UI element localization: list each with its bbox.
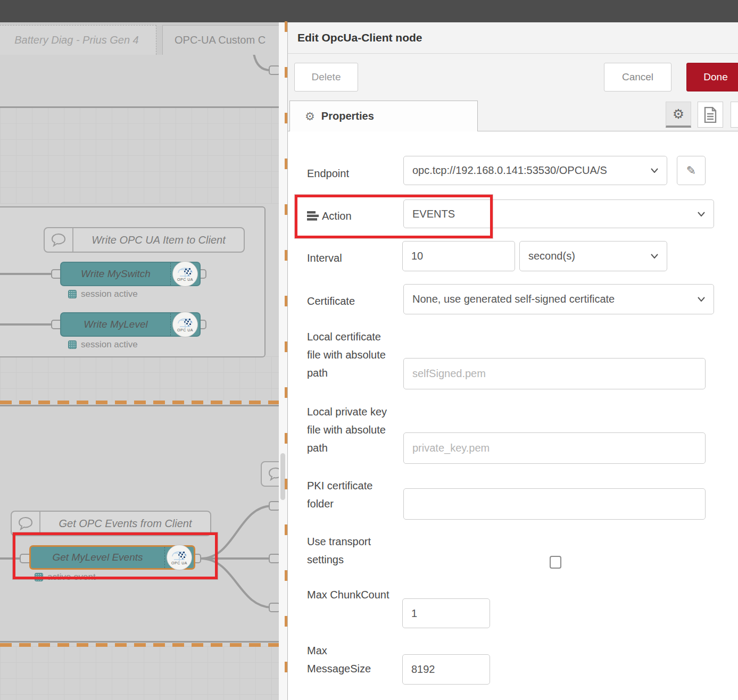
node-port <box>269 66 280 74</box>
comment-node-write[interactable]: Write OPC UA Item to Client <box>44 227 245 253</box>
pki-folder-label: PKI certificate folder <box>307 477 391 513</box>
certificate-label: Certificate <box>307 292 392 310</box>
flow-tab-label: OPC-UA Custom C <box>175 34 266 46</box>
interval-unit-value: second(s) <box>528 250 648 262</box>
node-write-mylevel[interactable]: Write MyLevel OPC UA <box>60 312 201 337</box>
opcua-badge: OPC UA <box>170 313 200 336</box>
dialog-tabbar: ⚙ Properties ⚙ <box>288 98 738 131</box>
dialog-toolbar: Delete Cancel Done <box>288 54 738 98</box>
dialog-title: Edit OpcUa-Client node <box>288 31 422 44</box>
status-text: session active <box>81 289 138 299</box>
edit-node-dialog: Edit OpcUa-Client node Delete Cancel Don… <box>287 22 738 700</box>
node-status: session active <box>68 339 138 350</box>
node-port <box>269 502 280 510</box>
document-icon <box>704 107 717 123</box>
dialog-header: Edit OpcUa-Client node <box>288 22 738 54</box>
chevron-down-icon <box>698 297 705 302</box>
chevron-down-icon <box>698 212 705 216</box>
status-text: session active <box>81 339 138 350</box>
node-port <box>269 554 280 563</box>
certificate-select[interactable]: None, use generated self-signed certific… <box>403 284 714 314</box>
app-header-bar <box>0 0 738 22</box>
gear-icon: ⚙ <box>305 110 315 123</box>
local-cert-label: Local certificate file with absolute pat… <box>307 328 391 382</box>
wire <box>254 55 270 70</box>
opcua-badge-label: OPC UA <box>177 328 193 332</box>
max-msg-input-box <box>402 654 490 685</box>
endpoint-edit-button[interactable]: ✎ <box>677 156 706 185</box>
status-dot <box>68 340 77 349</box>
interval-label: Interval <box>307 249 392 267</box>
private-key-label: Local private key file with absolute pat… <box>307 403 391 457</box>
chevron-down-icon <box>651 254 658 259</box>
comment-text: Write OPC UA Item to Client <box>73 234 244 246</box>
node-status: session active <box>68 289 138 299</box>
opcua-badge: OPC UA <box>170 263 200 285</box>
transport-label: Use transport settings <box>307 532 391 569</box>
wires-layer <box>0 55 287 700</box>
speech-bubble-icon <box>12 512 40 535</box>
pki-folder-input[interactable] <box>404 489 705 519</box>
description-view-button[interactable] <box>698 102 723 128</box>
flow-tab-battery-diag[interactable]: Battery Diag - Prius Gen 4 <box>0 25 156 55</box>
speech-bubble-icon <box>45 228 73 252</box>
status-dot <box>68 290 77 298</box>
pki-folder-input-box <box>403 488 706 520</box>
interval-unit-select[interactable]: second(s) <box>519 241 667 271</box>
private-key-input[interactable] <box>404 433 705 463</box>
tab-properties-label: Properties <box>321 110 374 122</box>
flow-workspace: Battery Diag - Prius Gen 4 OPC-UA Custom… <box>0 22 287 700</box>
flow-tab-opcua-custom[interactable]: OPC-UA Custom C <box>162 25 285 55</box>
properties-view-button[interactable]: ⚙ <box>666 102 691 128</box>
appearance-view-button[interactable] <box>731 102 738 128</box>
flow-canvas[interactable]: Write OPC UA Item to Client Write MySwit… <box>0 55 287 700</box>
opcua-badge-label: OPC UA <box>177 278 193 281</box>
highlight-annotation-node <box>13 532 218 579</box>
gear-icon: ⚙ <box>673 106 684 122</box>
max-chunk-input[interactable] <box>403 599 490 628</box>
interval-input-box <box>402 241 515 271</box>
local-cert-input[interactable] <box>404 359 705 389</box>
local-cert-input-box <box>403 358 706 389</box>
comment-text: Get OPC Events from Client <box>40 518 210 530</box>
max-chunk-label: Max ChunkCount <box>307 586 391 604</box>
pencil-icon: ✎ <box>686 164 696 178</box>
endpoint-value: opc.tcp://192.168.0.141:53530/OPCUA/S <box>412 164 648 177</box>
node-write-myswitch[interactable]: Write MySwitch OPC UA <box>60 262 201 286</box>
node-label: Write MySwitch <box>61 268 170 280</box>
dialog-form: Endpoint opc.tcp://192.168.0.141:53530/O… <box>288 131 738 700</box>
chevron-down-icon <box>651 168 658 173</box>
transport-checkbox[interactable] <box>550 556 561 569</box>
max-msg-input[interactable] <box>403 655 490 684</box>
endpoint-select[interactable]: opc.tcp://192.168.0.141:53530/OPCUA/S <box>403 156 667 185</box>
flow-tab-label: Battery Diag - Prius Gen 4 <box>14 34 138 46</box>
node-label: Write MyLevel <box>61 319 170 330</box>
endpoint-label: Endpoint <box>307 164 392 182</box>
private-key-input-box <box>403 432 706 464</box>
workspace-tabbar: Battery Diag - Prius Gen 4 OPC-UA Custom… <box>0 22 287 55</box>
delete-button[interactable]: Delete <box>294 63 358 91</box>
node-port <box>269 603 280 612</box>
interval-input[interactable] <box>403 241 515 271</box>
cancel-button[interactable]: Cancel <box>604 63 671 91</box>
max-msg-label: Max MessageSize <box>307 641 391 678</box>
done-button[interactable]: Done <box>686 63 738 91</box>
max-chunk-input-box <box>402 598 490 628</box>
certificate-value: None, use generated self-signed certific… <box>412 293 694 305</box>
highlight-annotation-action <box>295 195 493 238</box>
tab-properties[interactable]: ⚙ Properties <box>289 101 478 131</box>
